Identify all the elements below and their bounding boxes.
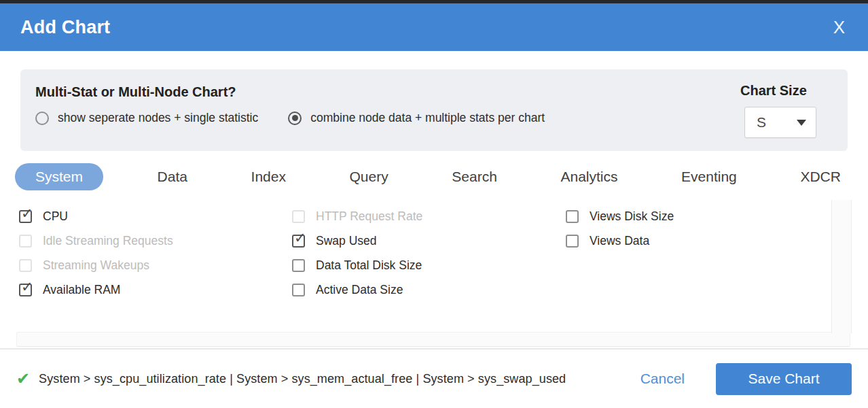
vertical-scrollbar[interactable] <box>831 200 852 333</box>
checkbox-icon[interactable] <box>292 284 305 296</box>
checkbox-icon[interactable] <box>292 259 305 272</box>
modal-header: Add Chart X <box>0 3 868 51</box>
checkbox-icon <box>19 259 32 272</box>
stats-area: ✓CPUIdle Streaming RequestsStreaming Wak… <box>19 204 868 330</box>
stats-grid: ✓CPUIdle Streaming RequestsStreaming Wak… <box>19 204 868 302</box>
panel-heading: Multi-Stat or Multi-Node Chart? <box>35 84 848 100</box>
check-mark-glyph: ✓ <box>21 279 33 294</box>
radio-label: show seperate nodes + single statistic <box>58 111 258 125</box>
stat-label: Idle Streaming Requests <box>43 234 173 248</box>
check-mark-glyph: ✓ <box>21 206 33 220</box>
cancel-button[interactable]: Cancel <box>640 371 685 387</box>
chart-size-value: S <box>757 114 766 131</box>
stat-item[interactable]: Active Data Size <box>292 277 566 302</box>
checkbox-checked-icon[interactable]: ✓ <box>292 235 305 248</box>
stat-label: Streaming Wakeups <box>43 258 149 273</box>
stat-label: Data Total Disk Size <box>316 258 422 273</box>
chart-size-control: Chart Size S <box>744 83 816 138</box>
stat-label: Active Data Size <box>316 283 403 297</box>
tab-index[interactable]: Index <box>242 163 295 190</box>
chevron-down-icon <box>797 120 806 126</box>
stat-item: Idle Streaming Requests <box>19 228 292 253</box>
tab-data[interactable]: Data <box>148 163 197 190</box>
stat-label: Views Disk Size <box>590 209 674 224</box>
stat-label: Views Data <box>590 234 649 248</box>
chart-size-select[interactable]: S <box>744 107 816 138</box>
stat-item[interactable]: ✓Swap Used <box>292 228 566 253</box>
stat-label: Available RAM <box>43 283 120 297</box>
stat-item[interactable]: ✓Available RAM <box>19 277 292 302</box>
checkbox-checked-icon[interactable]: ✓ <box>19 284 32 296</box>
stat-item[interactable]: Views Data <box>566 228 868 253</box>
multi-stat-panel: Multi-Stat or Multi-Node Chart? show sep… <box>20 69 848 151</box>
tab-search[interactable]: Search <box>442 163 507 190</box>
checkbox-icon <box>19 235 32 248</box>
stat-item[interactable]: ✓CPU <box>19 204 292 228</box>
tab-system[interactable]: System <box>15 163 103 190</box>
stat-item: Streaming Wakeups <box>19 253 292 277</box>
stats-column: Views Disk SizeViews Data <box>566 204 868 302</box>
close-icon[interactable]: X <box>831 17 848 38</box>
stat-label: HTTP Request Rate <box>316 209 422 224</box>
stat-item: HTTP Request Rate <box>292 204 566 228</box>
tab-query[interactable]: Query <box>340 163 398 190</box>
radio-selected-icon[interactable] <box>288 112 302 125</box>
radio-label: combine node data + multiple stats per c… <box>310 111 545 125</box>
stats-column: ✓CPUIdle Streaming RequestsStreaming Wak… <box>19 204 292 302</box>
radio-group: show seperate nodes + single statisticco… <box>35 111 848 125</box>
checkbox-checked-icon[interactable]: ✓ <box>19 210 32 223</box>
chart-size-label: Chart Size <box>740 83 816 99</box>
modal-footer: ✔ System > sys_cpu_utilization_rate | Sy… <box>0 348 868 408</box>
tab-eventing[interactable]: Eventing <box>672 163 746 190</box>
check-mark-glyph: ✓ <box>294 231 306 245</box>
checkbox-icon <box>292 210 305 223</box>
checkmark-icon: ✔ <box>16 369 30 388</box>
radio-option[interactable]: show seperate nodes + single statistic <box>35 111 258 125</box>
tab-analytics[interactable]: Analytics <box>551 163 627 190</box>
modal-title: Add Chart <box>20 17 110 38</box>
selected-stats-summary: System > sys_cpu_utilization_rate | Syst… <box>39 372 566 386</box>
stat-item[interactable]: Views Disk Size <box>566 204 868 228</box>
stat-item[interactable]: Data Total Disk Size <box>292 253 566 277</box>
tab-xdcr[interactable]: XDCR <box>791 163 850 190</box>
checkbox-icon[interactable] <box>566 210 579 223</box>
radio-icon[interactable] <box>35 112 49 125</box>
stat-label: Swap Used <box>316 234 377 248</box>
tabs: SystemDataIndexQuerySearchAnalyticsEvent… <box>15 162 850 192</box>
stats-column: HTTP Request Rate✓Swap UsedData Total Di… <box>292 204 566 302</box>
radio-option[interactable]: combine node data + multiple stats per c… <box>288 111 545 125</box>
horizontal-scrollbar[interactable] <box>16 332 850 347</box>
save-chart-button[interactable]: Save Chart <box>716 363 852 395</box>
checkbox-icon[interactable] <box>566 235 579 248</box>
stat-label: CPU <box>43 209 68 224</box>
add-chart-modal: Add Chart X Multi-Stat or Multi-Node Cha… <box>0 3 868 408</box>
